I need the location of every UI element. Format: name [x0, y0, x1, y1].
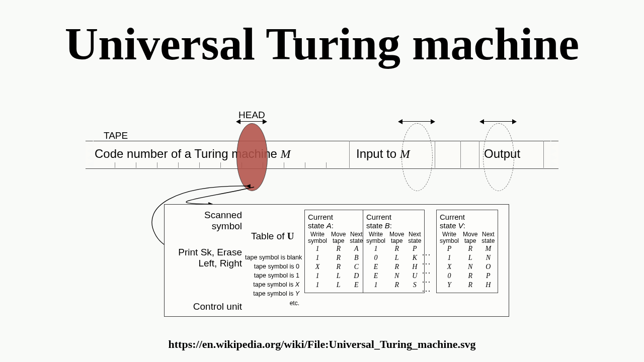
control-unit-label: Control unit: [193, 301, 242, 312]
head-move-arrow: [238, 121, 265, 122]
tape-divider: [460, 141, 461, 168]
state-table-a: Currentstate A: WritesymbolMovetapeNexts…: [304, 210, 366, 293]
state-table-v: Currentstate V: WritesymbolMovetapeNexts…: [436, 210, 498, 293]
source-url: https://en.wikipedia.org/wiki/File:Unive…: [0, 338, 644, 351]
ghost-head-icon: [483, 123, 514, 191]
tape-divider: [349, 141, 350, 168]
head-icon: [236, 123, 268, 191]
tape-divider: [479, 141, 479, 168]
state-table-b: Currentstate B: WritesymbolMovetapeNexts…: [363, 210, 425, 293]
table-caption: Table of U: [251, 231, 294, 242]
ellipsis: ···············: [422, 251, 431, 296]
print-erase-label: Print Sk, EraseLeft, Right: [178, 247, 242, 269]
page-title: Universal Turing machine: [0, 17, 644, 70]
head-move-arrow-ghost: [400, 121, 433, 122]
control-unit-box: Scannedsymbol Print Sk, EraseLeft, Right…: [164, 204, 509, 317]
head-label: HEAD: [238, 110, 265, 121]
ghost-head-icon: [401, 123, 433, 191]
head-move-arrow-ghost: [481, 121, 515, 122]
tape-label: TAPE: [104, 130, 128, 141]
tape-divider: [435, 141, 435, 168]
scanned-symbol-label: Scannedsymbol: [204, 210, 242, 232]
row-labels: tape symbol is blank tape symbol is 0 ta…: [245, 253, 299, 308]
turing-diagram: Code number of a Turing machine M Input …: [86, 106, 558, 322]
tape-divider: [543, 141, 544, 168]
